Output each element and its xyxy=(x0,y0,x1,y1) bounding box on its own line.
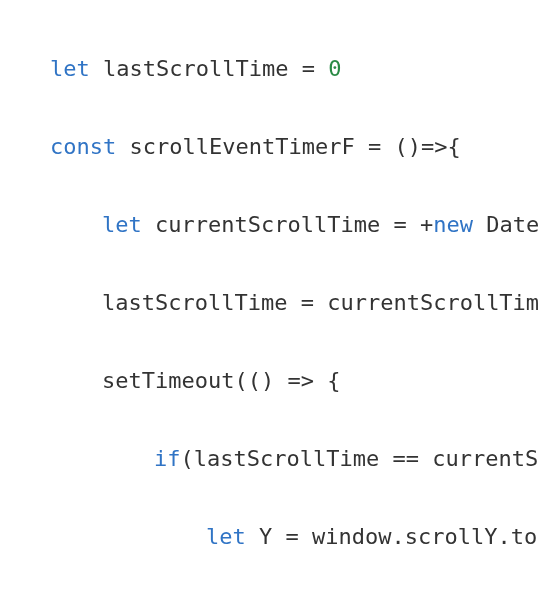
code-line: const scrollEventTimerF = ()=>{ xyxy=(50,134,544,160)
code-line: let currentScrollTime = +new Date xyxy=(50,212,544,238)
gutter xyxy=(0,4,50,604)
code-line: let lastScrollTime = 0 xyxy=(50,56,544,82)
code-line: let Y = window.scrollY.to xyxy=(50,524,544,550)
code-line: lastScrollTime = currentScrollTim xyxy=(50,290,544,316)
code-content: let lastScrollTime = 0 const scrollEvent… xyxy=(50,4,544,604)
devtools-console: let lastScrollTime = 0 const scrollEvent… xyxy=(0,0,544,604)
code-line: setTimeout(() => { xyxy=(50,368,544,394)
code-line: if(lastScrollTime == currentS xyxy=(50,446,544,472)
console-input-block[interactable]: let lastScrollTime = 0 const scrollEvent… xyxy=(0,0,544,604)
